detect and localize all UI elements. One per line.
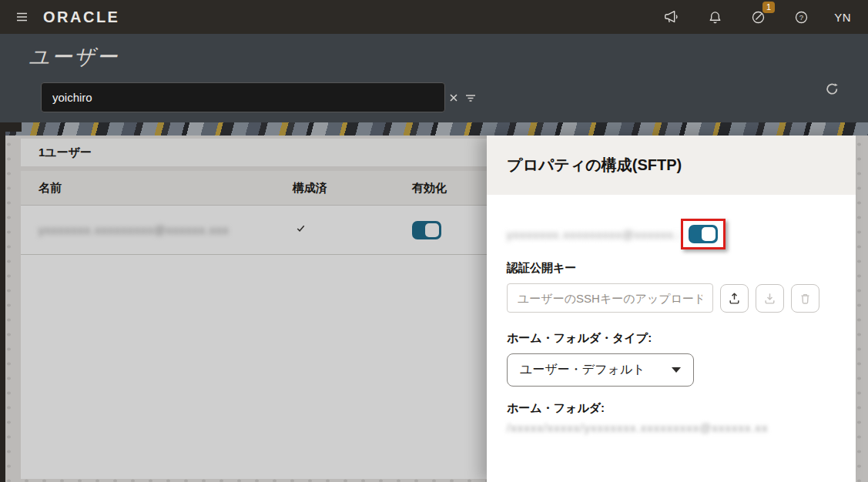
oracle-logo[interactable]: ORACLE — [43, 8, 119, 26]
hamburger-menu-icon[interactable] — [12, 7, 32, 27]
upload-key-button[interactable] — [720, 284, 749, 313]
download-key-button[interactable] — [756, 284, 784, 313]
sftp-user-row: yxxxxxxx.xxxxxxxxx@xxxxxx.xxx — [507, 218, 836, 250]
notification-count-badge: 1 — [762, 2, 775, 13]
content-region: 1ユーザー 名前 構成済 有効化 yxxxxxxx.xxxxxxxxx@xxxx… — [0, 122, 868, 482]
page-title: ユーザー — [28, 43, 119, 71]
home-folder-type-value: ユーザー・デフォルト — [520, 362, 672, 378]
ssh-key-input[interactable] — [507, 283, 713, 313]
public-key-row — [507, 283, 836, 313]
panel-header: プロパティの構成(SFTP) — [487, 136, 856, 195]
search-input[interactable] — [41, 82, 445, 112]
annotation-highlight-box — [681, 219, 726, 249]
top-navigation-bar: ORACLE 1 ? — [0, 0, 868, 34]
announcements-icon[interactable] — [662, 7, 682, 27]
page-header: ユーザー — [0, 34, 868, 122]
topbar-actions: 1 ? YN — [662, 7, 851, 27]
home-folder-path-masked: /xxxxx/xxxxx/yxxxxxxx.xxxxxxxxx@xxxxxx.x… — [507, 421, 769, 434]
clear-search-icon[interactable] — [446, 90, 461, 105]
chevron-down-icon — [672, 367, 681, 373]
refresh-icon[interactable] — [823, 80, 840, 97]
home-folder-type-select[interactable]: ユーザー・デフォルト — [507, 353, 694, 387]
sftp-enabled-toggle[interactable] — [689, 225, 718, 243]
help-icon[interactable]: ? — [791, 7, 811, 27]
notifications-bell-icon[interactable] — [705, 7, 725, 27]
panel-title: プロパティの構成(SFTP) — [507, 155, 682, 176]
user-avatar-initials[interactable]: YN — [834, 11, 851, 24]
home-folder-label: ホーム・フォルダ: — [507, 401, 836, 416]
session-clock-icon[interactable]: 1 — [748, 7, 768, 27]
public-key-label: 認証公開キー — [507, 261, 836, 276]
delete-key-button[interactable] — [791, 284, 819, 313]
toggle-thumb — [702, 227, 716, 241]
panel-body: yxxxxxxx.xxxxxxxxx@xxxxxx.xxx 認証公開キー — [487, 195, 856, 434]
panel-user-name-masked: yxxxxxxx.xxxxxxxxx@xxxxxx.xxx — [507, 228, 679, 241]
svg-text:?: ? — [799, 13, 803, 22]
sftp-properties-panel: プロパティの構成(SFTP) yxxxxxxx.xxxxxxxxx@xxxxxx… — [487, 136, 856, 482]
home-folder-type-label: ホーム・フォルダ・タイプ: — [507, 331, 836, 346]
filter-icon[interactable] — [462, 89, 479, 106]
